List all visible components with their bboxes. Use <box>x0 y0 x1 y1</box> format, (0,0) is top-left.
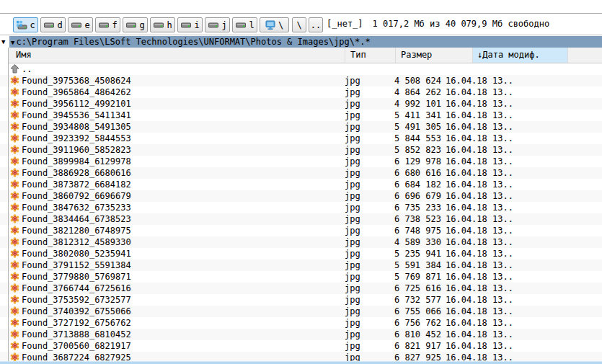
column-header-type[interactable]: Тип <box>345 48 366 63</box>
jpg-file-icon <box>10 318 19 327</box>
file-row[interactable]: Found_3812312_4589330jpg4 589 33016.04.1… <box>0 236 602 248</box>
drive-button-e[interactable]: e <box>68 17 93 32</box>
current-path-text: c:\Program Files\LSoft Technologies\UNFO… <box>16 37 370 47</box>
drive-toolbar: cdefghijl \ \ .. [_нет_] 1 017,2 Мб из 4… <box>0 14 602 35</box>
path-dropdown-caret-icon[interactable]: ▼ <box>9 39 16 46</box>
file-row[interactable]: Found_3802080_5235941jpg5 235 94116.04.1… <box>0 248 602 259</box>
file-row[interactable]: Found_3945536_5411341jpg5 411 34116.04.1… <box>0 110 602 121</box>
path-bar[interactable]: ▼c:\Program Files\LSoft Technologies\UNF… <box>9 36 602 48</box>
file-row[interactable]: Found_3821280_6748975jpg6 748 97516.04.1… <box>0 225 602 236</box>
drive-button-h[interactable]: h <box>150 17 175 32</box>
file-name: Found_3779880_5769871 <box>22 271 131 283</box>
file-row[interactable]: Found_3753592_6732577jpg6 732 57716.04.1… <box>0 294 602 306</box>
column-header-size[interactable]: Размер <box>395 48 432 63</box>
drive-button-f[interactable]: f <box>95 17 120 32</box>
file-date: 16.04.18 13.. <box>446 236 513 248</box>
file-row[interactable]: Found_3834464_6738523jpg6 738 52316.04.1… <box>0 213 602 225</box>
jpg-file-icon <box>10 214 19 223</box>
file-row[interactable]: Found_3899984_6129978jpg6 129 97816.04.1… <box>0 156 602 167</box>
file-row[interactable]: Found_3791152_5591384jpg5 591 38416.04.1… <box>0 259 602 271</box>
drive-button-i[interactable]: i <box>177 17 203 32</box>
file-name: Found_3727192_6756762 <box>22 317 131 329</box>
file-name: Found_3899984_6129978 <box>22 156 131 167</box>
column-header-name[interactable]: Имя <box>16 48 32 63</box>
file-row[interactable]: Found_3847632_6735233jpg6 735 23316.04.1… <box>0 202 602 213</box>
file-name: Found_3812312_4589330 <box>22 236 131 248</box>
file-row[interactable]: Found_3934808_5491305jpg5 491 30516.04.1… <box>0 121 602 133</box>
file-name: Found_3923392_5844553 <box>22 133 131 144</box>
drive-letter: g <box>139 20 144 30</box>
file-row[interactable]: Found_3873872_6684182jpg6 684 18216.04.1… <box>0 179 602 190</box>
free-space-text: 1 017,2 Мб из 40 079,9 Мб свободно <box>373 19 550 29</box>
file-name: Found_3956112_4992101 <box>22 98 131 110</box>
file-size: 6 810 452 <box>360 329 441 340</box>
file-size: 6 129 978 <box>360 156 441 167</box>
jpg-file-icon <box>10 99 19 108</box>
file-row[interactable]: Found_3965864_4864262jpg4 864 26216.04.1… <box>0 86 602 98</box>
root-dir-label: \ <box>296 20 301 30</box>
file-type: jpg <box>345 213 360 225</box>
panel-menu-caret-icon[interactable]: ▼ <box>1 36 5 48</box>
jpg-file-icon <box>10 341 19 350</box>
file-row[interactable]: Found_3727192_6756762jpg6 756 76216.04.1… <box>0 317 602 329</box>
drive-button-c[interactable]: c <box>13 17 38 32</box>
file-row[interactable]: Found_3886928_6680616jpg6 680 61616.04.1… <box>0 167 602 179</box>
file-row[interactable]: Found_3779880_5769871jpg5 769 87116.04.1… <box>0 271 602 283</box>
root-dir-button[interactable]: \ <box>292 17 306 32</box>
parent-dir-label: .. <box>311 20 321 30</box>
file-row[interactable]: Found_3911960_5852823jpg5 852 82316.04.1… <box>0 144 602 156</box>
drive-letter: e <box>84 20 89 30</box>
file-row[interactable]: Found_3860792_6696679jpg6 696 67916.04.1… <box>0 190 602 202</box>
drive-button-d[interactable]: d <box>40 17 66 32</box>
file-date: 16.04.18 13.. <box>446 283 513 294</box>
jpg-file-icon <box>10 295 19 304</box>
network-drive-button[interactable]: \ <box>260 17 289 32</box>
file-row[interactable]: Found_3923392_5844553jpg5 844 55316.04.1… <box>0 133 602 144</box>
drive-button-g[interactable]: g <box>123 17 148 32</box>
file-name: Found_3934808_5491305 <box>22 121 131 133</box>
file-name: Found_3965864_4864262 <box>22 86 131 98</box>
file-size: 6 756 762 <box>360 317 441 329</box>
drive-button-l[interactable]: l <box>232 17 257 32</box>
parent-dir-icon <box>10 64 19 74</box>
file-name: Found_3713888_6810452 <box>22 329 131 340</box>
file-type: jpg <box>345 86 360 98</box>
file-row[interactable]: Found_3975368_4508624jpg4 508 62416.04.1… <box>0 75 602 86</box>
parent-dir-row[interactable]: .. <box>0 63 602 75</box>
file-size: 6 755 066 <box>360 306 441 317</box>
file-row[interactable]: Found_3740392_6755066jpg6 755 06616.04.1… <box>0 306 602 317</box>
file-row[interactable]: Found_3713888_6810452jpg6 810 45216.04.1… <box>0 329 602 340</box>
file-type: jpg <box>345 156 360 167</box>
file-name: Found_3945536_5411341 <box>22 110 131 121</box>
drive-letter: d <box>57 20 62 30</box>
drive-button-j[interactable]: j <box>205 17 230 32</box>
file-row[interactable]: Found_3956112_4992101jpg4 992 10116.04.1… <box>0 98 602 110</box>
network-button-label: \ <box>278 20 283 30</box>
file-size: 6 732 577 <box>360 294 441 306</box>
file-type: jpg <box>345 271 360 283</box>
file-date: 16.04.18 13.. <box>446 317 513 329</box>
jpg-file-icon <box>10 272 19 281</box>
panel-left-border <box>8 48 9 364</box>
file-date: 16.04.18 13.. <box>446 179 513 190</box>
file-date: 16.04.18 13.. <box>446 294 513 306</box>
file-list: ..Found_3975368_4508624jpg4 508 62416.04… <box>0 63 602 363</box>
drive-letter: j <box>221 20 226 30</box>
jpg-file-icon <box>10 237 19 247</box>
unformat-file-browser-window: cdefghijl \ \ .. [_нет_] 1 017,2 Мб из 4… <box>0 0 602 364</box>
file-row[interactable]: Found_3766744_6725616jpg6 725 61616.04.1… <box>0 283 602 294</box>
column-header-date-label: Дата модиф. <box>482 50 539 60</box>
file-name: Found_3834464_6738523 <box>22 213 131 225</box>
parent-dir-button[interactable]: .. <box>309 17 323 32</box>
file-date: 16.04.18 13.. <box>446 98 513 110</box>
file-name: Found_3753592_6732577 <box>22 294 131 306</box>
file-size: 5 235 941 <box>360 248 441 259</box>
jpg-file-icon <box>10 226 19 235</box>
file-size: 6 684 182 <box>360 179 441 190</box>
jpg-file-icon <box>10 156 19 166</box>
file-date: 16.04.18 13.. <box>446 306 513 317</box>
file-size: 5 852 823 <box>360 144 441 156</box>
file-type: jpg <box>345 133 360 144</box>
column-header-date[interactable]: ↓Дата модиф. <box>472 48 568 63</box>
file-row[interactable]: Found_3700560_6821917jpg6 821 91716.04.1… <box>0 340 602 352</box>
